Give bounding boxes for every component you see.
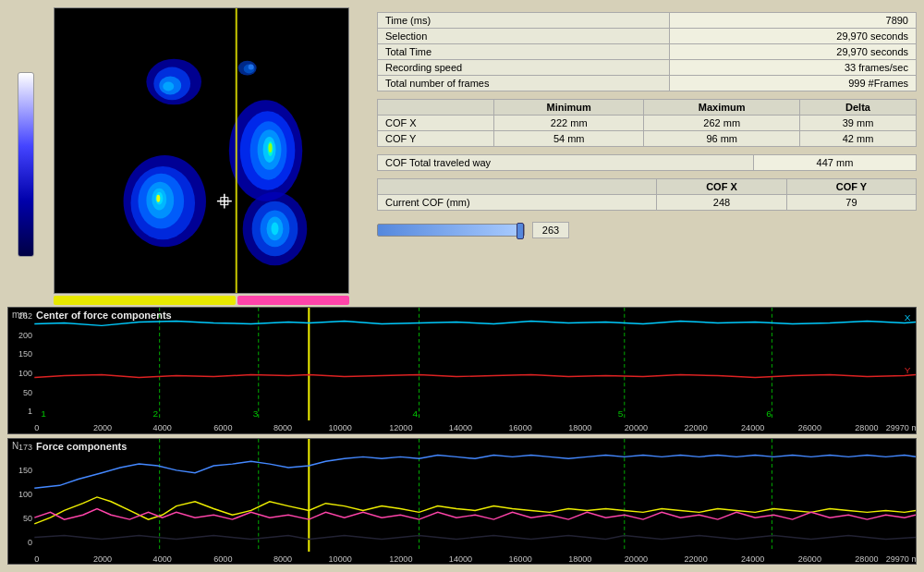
cof-traveled-label: COF Total traveled way: [378, 155, 754, 171]
svg-rect-0: [55, 8, 348, 293]
chart1-unit: mm: [12, 310, 28, 320]
color-bar: [18, 72, 34, 257]
info-table: Time (ms) 7890 Selection 29,970 seconds …: [377, 12, 917, 91]
current-cof-x-header: COF X: [657, 179, 787, 195]
svg-text:Y: Y: [905, 365, 911, 375]
svg-text:29970 ms: 29970 ms: [886, 423, 916, 432]
progress-yellow: [54, 296, 236, 305]
svg-text:1: 1: [41, 408, 46, 419]
svg-text:0: 0: [34, 554, 39, 563]
svg-point-4: [163, 81, 174, 91]
total-frames-value: 999 #Frames: [669, 76, 916, 91]
current-cof-x-value: 248: [657, 195, 787, 211]
svg-text:X: X: [905, 312, 911, 323]
svg-text:20000: 20000: [625, 554, 648, 563]
cof-y-label: COF Y: [378, 131, 494, 147]
selection-label: Selection: [378, 29, 670, 44]
recording-speed-label: Recording speed: [378, 60, 670, 76]
selection-value: 29,970 seconds: [669, 29, 916, 44]
color-bar-container: [7, 7, 44, 303]
svg-text:16000: 16000: [509, 554, 532, 563]
svg-text:4000: 4000: [153, 423, 172, 432]
slider-area: 263: [377, 222, 917, 238]
slider-track[interactable]: [377, 224, 525, 237]
cof-x-max: 262 mm: [644, 116, 800, 131]
heatmap-area: [54, 7, 349, 294]
svg-text:14000: 14000: [449, 423, 472, 432]
current-cof-empty: [378, 179, 657, 195]
svg-point-7: [249, 65, 254, 70]
svg-text:0: 0: [34, 423, 39, 432]
top-section: Time (ms) 7890 Selection 29,970 seconds …: [7, 7, 917, 303]
cof-traveled-value: 447 mm: [753, 155, 916, 171]
svg-text:24000: 24000: [741, 554, 764, 563]
svg-text:26000: 26000: [798, 554, 821, 563]
svg-text:24000: 24000: [741, 423, 764, 432]
svg-rect-31: [34, 308, 916, 420]
current-cof-label: Current COF (mm): [378, 195, 657, 211]
cof-x-label: COF X: [378, 116, 494, 131]
svg-text:20000: 20000: [625, 423, 648, 432]
svg-text:8000: 8000: [274, 423, 292, 432]
current-cof-y-header: COF Y: [786, 179, 916, 195]
svg-point-26: [272, 222, 279, 235]
chart2-svg: 0 2000 4000 6000 8000 10000 12000 14000 …: [8, 439, 916, 565]
current-cof-y-value: 79: [786, 195, 916, 211]
svg-text:10000: 10000: [329, 554, 352, 563]
svg-text:6000: 6000: [213, 554, 232, 563]
svg-text:28000: 28000: [855, 554, 878, 563]
progress-pink: [237, 296, 349, 305]
main-container: Time (ms) 7890 Selection 29,970 seconds …: [0, 0, 924, 572]
cof-y-min: 54 mm: [493, 131, 643, 147]
svg-text:8000: 8000: [274, 554, 292, 563]
svg-text:2: 2: [153, 408, 159, 419]
slider-thumb[interactable]: [517, 223, 524, 239]
svg-text:2000: 2000: [93, 423, 112, 432]
svg-text:22000: 22000: [684, 423, 707, 432]
svg-text:6000: 6000: [213, 423, 232, 432]
chart2-container: N Force components 173 150 100 50 0: [7, 438, 917, 566]
stats-header-max: Maximum: [644, 100, 800, 116]
svg-text:16000: 16000: [509, 423, 532, 432]
chart2-unit: N: [12, 441, 18, 451]
cof-x-delta: 39 mm: [799, 116, 916, 131]
chart1-title: Center of force components: [36, 310, 172, 321]
svg-text:5: 5: [618, 408, 624, 419]
chart1-container: mm Center of force components 262 200 15…: [7, 307, 917, 434]
info-area: Time (ms) 7890 Selection 29,970 seconds …: [359, 7, 917, 303]
cof-x-min: 222 mm: [493, 116, 643, 131]
svg-text:18000: 18000: [568, 423, 591, 432]
recording-speed-value: 33 frames/sec: [669, 60, 916, 76]
time-value: 7890: [669, 13, 916, 29]
slider-value: 263: [532, 222, 569, 238]
cof-traveled-table: COF Total traveled way 447 mm: [377, 154, 917, 171]
svg-text:12000: 12000: [389, 554, 412, 563]
svg-text:22000: 22000: [684, 554, 707, 563]
stats-header-delta: Delta: [799, 100, 916, 116]
time-label: Time (ms): [378, 13, 670, 29]
stats-header-min: Minimum: [493, 100, 643, 116]
cof-y-max: 96 mm: [644, 131, 800, 147]
svg-text:3: 3: [253, 408, 259, 419]
total-time-label: Total Time: [378, 44, 670, 60]
svg-text:4: 4: [412, 408, 418, 419]
progress-bars: [54, 296, 349, 305]
stats-header-empty: [378, 100, 494, 116]
current-cof-table: COF X COF Y Current COF (mm) 248 79: [377, 178, 917, 211]
stats-table: Minimum Maximum Delta COF X 222 mm 262 m…: [377, 99, 917, 147]
chart2-title: Force components: [36, 441, 127, 452]
svg-point-21: [269, 143, 273, 152]
svg-text:18000: 18000: [568, 554, 591, 563]
charts-section: mm Center of force components 262 200 15…: [7, 307, 917, 565]
svg-text:4000: 4000: [153, 554, 172, 563]
svg-text:12000: 12000: [389, 423, 412, 432]
svg-point-14: [156, 195, 160, 202]
total-frames-label: Total number of frames: [378, 76, 670, 91]
svg-text:29970 ms: 29970 ms: [886, 554, 916, 563]
cof-y-delta: 42 mm: [799, 131, 916, 147]
chart1-svg: X Y 1 2 3 4 5 6 0 2000 4000 6000 8000 10…: [8, 308, 916, 433]
total-time-value: 29,970 seconds: [669, 44, 916, 60]
svg-text:10000: 10000: [329, 423, 352, 432]
svg-text:6: 6: [766, 408, 772, 419]
svg-text:14000: 14000: [449, 554, 472, 563]
